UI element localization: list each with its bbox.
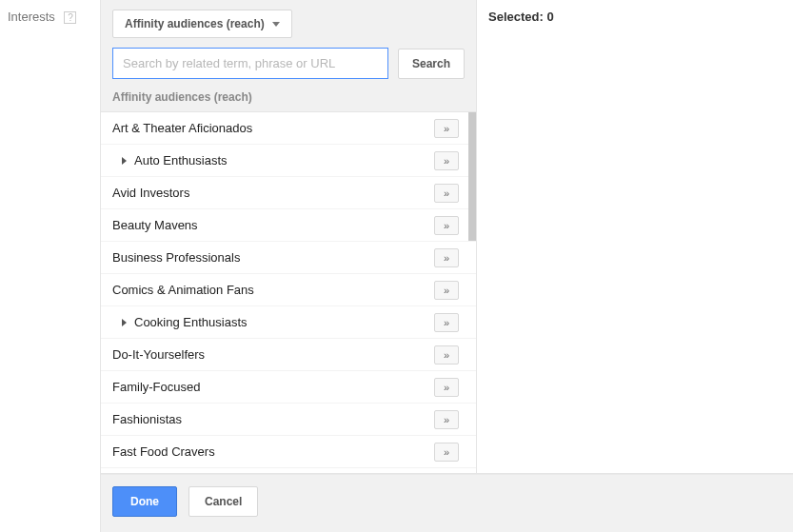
add-audience-button[interactable]: » bbox=[434, 410, 459, 429]
scrollbar-thumb[interactable] bbox=[468, 112, 476, 241]
list-item[interactable]: Beauty Mavens» bbox=[101, 209, 476, 242]
list-item[interactable]: Avid Investors» bbox=[101, 177, 476, 209]
list-item-label: Business Professionals bbox=[112, 250, 240, 265]
scrollbar-track[interactable] bbox=[468, 112, 476, 473]
add-audience-button[interactable]: » bbox=[434, 184, 459, 203]
audience-picker: Affinity audiences (reach) Search Affini… bbox=[101, 0, 476, 474]
add-audience-button[interactable]: » bbox=[434, 378, 459, 397]
list-item-label: Art & Theater Aficionados bbox=[112, 121, 252, 135]
audience-list: Art & Theater Aficionados»Auto Enthusias… bbox=[101, 111, 476, 474]
list-item-label: Family-Focused bbox=[112, 380, 200, 394]
dropdown-label: Affinity audiences (reach) bbox=[125, 17, 265, 30]
add-audience-button[interactable]: » bbox=[434, 216, 459, 235]
list-item-label: Fashionistas bbox=[112, 412, 182, 426]
list-item[interactable]: Cooking Enthusiasts» bbox=[101, 306, 476, 339]
list-item-label-wrap: Cooking Enthusiasts bbox=[112, 315, 248, 329]
list-item-label-wrap: Fast Food Cravers bbox=[112, 444, 215, 459]
list-item-label-wrap: Art & Theater Aficionados bbox=[112, 121, 252, 135]
list-item-label-wrap: Comics & Animation Fans bbox=[112, 283, 254, 297]
add-audience-button[interactable]: » bbox=[434, 151, 459, 170]
search-button[interactable]: Search bbox=[398, 49, 465, 79]
add-audience-button[interactable]: » bbox=[434, 248, 459, 267]
audience-type-dropdown[interactable]: Affinity audiences (reach) bbox=[112, 10, 292, 38]
list-item-label: Do-It-Yourselfers bbox=[112, 347, 205, 362]
selected-count-value: 0 bbox=[546, 10, 553, 24]
cancel-button[interactable]: Cancel bbox=[188, 486, 258, 517]
list-item-label: Beauty Mavens bbox=[112, 218, 198, 232]
list-item-label-wrap: Beauty Mavens bbox=[112, 218, 198, 232]
expand-caret-icon[interactable] bbox=[122, 319, 127, 326]
add-audience-button[interactable]: » bbox=[434, 443, 459, 462]
add-audience-button[interactable]: » bbox=[434, 345, 459, 365]
selected-prefix: Selected: bbox=[488, 10, 546, 24]
footer: Done Cancel bbox=[101, 474, 793, 528]
add-audience-button[interactable]: » bbox=[434, 313, 459, 332]
list-item[interactable]: Fashionistas» bbox=[101, 404, 476, 436]
list-item-label-wrap: Business Professionals bbox=[112, 250, 240, 265]
list-item[interactable]: Foodies» bbox=[101, 468, 476, 473]
list-item-label-wrap: Do-It-Yourselfers bbox=[112, 347, 205, 362]
add-audience-button[interactable]: » bbox=[434, 119, 459, 138]
list-item-label-wrap: Family-Focused bbox=[112, 380, 200, 394]
list-header: Affinity audiences (reach) bbox=[101, 90, 476, 111]
list-item[interactable]: Art & Theater Aficionados» bbox=[101, 112, 476, 145]
selected-panel: Selected: 0 bbox=[476, 0, 793, 474]
list-item-label: Comics & Animation Fans bbox=[112, 283, 254, 297]
list-item-label: Avid Investors bbox=[112, 186, 189, 200]
done-button[interactable]: Done bbox=[112, 486, 177, 517]
list-item-label-wrap: Fashionistas bbox=[112, 412, 182, 426]
expand-caret-icon[interactable] bbox=[122, 157, 127, 165]
search-input[interactable] bbox=[112, 48, 388, 79]
help-icon[interactable]: ? bbox=[64, 11, 76, 24]
section-label: Interests ? bbox=[0, 0, 100, 532]
list-item[interactable]: Business Professionals» bbox=[101, 242, 476, 274]
list-item-label-wrap: Auto Enthusiasts bbox=[112, 153, 228, 167]
selected-count: Selected: 0 bbox=[488, 10, 782, 24]
list-item[interactable]: Comics & Animation Fans» bbox=[101, 274, 476, 306]
list-item-label: Cooking Enthusiasts bbox=[134, 315, 248, 329]
list-item-label: Auto Enthusiasts bbox=[134, 153, 228, 167]
list-item-label-wrap: Avid Investors bbox=[112, 186, 189, 200]
chevron-down-icon bbox=[272, 22, 280, 27]
list-item-label: Fast Food Cravers bbox=[112, 444, 215, 459]
list-item[interactable]: Auto Enthusiasts» bbox=[101, 145, 476, 177]
list-item[interactable]: Family-Focused» bbox=[101, 371, 476, 404]
list-item[interactable]: Do-It-Yourselfers» bbox=[101, 339, 476, 371]
interests-label: Interests bbox=[8, 10, 55, 24]
list-item[interactable]: Fast Food Cravers» bbox=[101, 436, 476, 468]
add-audience-button[interactable]: » bbox=[434, 281, 459, 300]
